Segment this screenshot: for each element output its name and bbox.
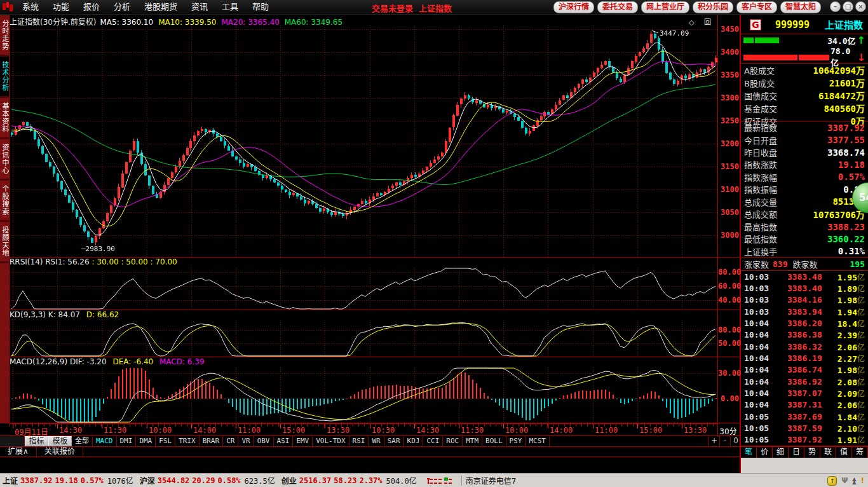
indicator-tab-EMV[interactable]: EMV (293, 436, 313, 446)
time-label[interactable]: 14:30 (59, 426, 82, 435)
coin-up-icon[interactable]: ↑ (827, 476, 837, 486)
indicator-tab-VOL-TDX[interactable]: VOL-TDX (313, 436, 349, 446)
indicator-tab-VR[interactable]: VR (238, 436, 254, 446)
index-name[interactable]: 上证 (3, 475, 18, 486)
sidebar-item-分时走势[interactable]: 分时走势 (0, 15, 9, 57)
time-label[interactable]: 10:00 (505, 426, 528, 435)
quote-tab-联[interactable]: 联 (820, 446, 836, 458)
tick-row: 10:043387.312.06亿 (741, 399, 868, 411)
top-button-智慧太阳[interactable]: 智慧太阳 (780, 1, 821, 13)
quote-tab-势[interactable]: 势 (804, 446, 820, 458)
time-label[interactable]: 15:00 (282, 426, 305, 435)
mini-trend-icon[interactable] (427, 476, 454, 486)
tick-time: 10:04 (744, 353, 772, 363)
indicator-tab-CR[interactable]: CR (223, 436, 238, 446)
alert-icon[interactable]: ! (861, 476, 864, 485)
bottom-tab-关联报价[interactable]: 关联报价 (37, 447, 83, 456)
indicator-tab-ASI[interactable]: ASI (274, 436, 294, 446)
top-button-客户专区[interactable]: 客户专区 (736, 1, 777, 13)
minimize-button[interactable]: – (830, 1, 841, 12)
time-label[interactable]: 13:30 (327, 426, 349, 435)
quote-tab-值[interactable]: 值 (836, 446, 852, 458)
quote-tab-筹[interactable]: 筹 (852, 446, 868, 458)
time-label[interactable]: 11:00 (595, 426, 618, 435)
arrows-icon[interactable]: ▲▲ (852, 477, 856, 484)
indicator-tab-BRAR[interactable]: BRAR (200, 436, 224, 446)
index-change: 20.29 (192, 476, 215, 485)
close-button[interactable]: × (855, 1, 866, 12)
time-label[interactable]: 10:30 (372, 426, 395, 435)
tick-price: 3386.38 (772, 330, 837, 340)
macd-title-white: MACD(12,26,9) DIF: -3.20 (10, 357, 107, 366)
menu-item-分析[interactable]: 分析 (107, 0, 137, 14)
top-button-委托交易[interactable]: 委托交易 (597, 1, 638, 13)
zoom-in-button[interactable]: + (709, 436, 719, 446)
time-label[interactable]: 15:00 (639, 426, 662, 435)
indicator-tab-CCI[interactable]: CCI (423, 436, 443, 446)
indicator-tab-全部[interactable]: 全部 (72, 436, 93, 446)
login-status[interactable]: 交易未登录 (372, 2, 413, 14)
menu-item-工具[interactable]: 工具 (215, 0, 245, 14)
indicator-tab-DMA[interactable]: DMA (136, 436, 156, 446)
sidebar-item-个股搜索[interactable]: 个股搜索 (0, 181, 9, 222)
rsi-chart-canvas[interactable] (10, 268, 717, 310)
menu-item-资讯[interactable]: 资讯 (184, 0, 215, 14)
time-label[interactable]: 10:00 (149, 426, 172, 435)
tick-volume: 1.89亿 (837, 283, 865, 294)
sidebar-item-技术分析[interactable]: 技术分析 (0, 57, 9, 98)
indicator-tab-MTM[interactable]: MTM (463, 436, 482, 446)
tick-row: 10:053387.592.10亿 (741, 422, 868, 434)
axis-label: 50.00 (718, 339, 739, 348)
zoom-out-button[interactable]: - (719, 436, 730, 446)
sidebar-item-资讯中心[interactable]: 资讯中心 (0, 139, 9, 181)
restore-button[interactable]: □ (843, 1, 853, 12)
top-button-网上营业厅[interactable]: 网上营业厅 (641, 1, 689, 13)
quote-tab-价[interactable]: 价 (757, 446, 773, 458)
indicator-tab-TRIX[interactable]: TRIX (175, 436, 200, 446)
top-button-积分乐园[interactable]: 积分乐园 (693, 1, 733, 13)
time-label[interactable]: 13:30 (684, 426, 707, 435)
time-label[interactable]: 14:00 (193, 426, 216, 435)
time-label[interactable]: 14:00 (550, 426, 573, 435)
menu-item-功能[interactable]: 功能 (46, 0, 76, 14)
time-label[interactable]: 11:00 (238, 426, 261, 435)
menu-items: 系统功能报价分析港股期货资讯工具帮助 (15, 0, 276, 14)
rsi-panel-title: RRSI(14) RSI1: 56.26 : 30.00 : 50.00 : 7… (10, 257, 717, 267)
sidebar-item-投顾天地[interactable]: 投顾天地 (0, 222, 9, 263)
indicator-tab-MACD[interactable]: MACD (93, 436, 117, 446)
current-quote-label[interactable]: 上证指数 (419, 2, 452, 14)
quote-tab-日[interactable]: 日 (789, 446, 804, 458)
tick-unit: 亿 (857, 401, 865, 410)
indicator-tab-PSY[interactable]: PSY (506, 436, 526, 446)
antenna-icon[interactable]: Ψ (841, 476, 848, 485)
macd-chart-canvas[interactable] (10, 367, 717, 423)
indicator-tab-DMI[interactable]: DMI (117, 436, 137, 446)
time-label[interactable]: 11:30 (461, 426, 484, 435)
indicator-tab-BOLL[interactable]: BOLL (482, 436, 506, 446)
indicator-tab-FSL[interactable]: FSL (156, 436, 175, 446)
index-name[interactable]: 沪深 (140, 475, 155, 486)
index-name[interactable]: 创业 (281, 475, 297, 486)
time-label[interactable]: 11:30 (104, 426, 126, 435)
indicator-tab-OBV[interactable]: OBV (254, 436, 274, 446)
sidebar-item-基本资料[interactable]: 基本资料 (0, 98, 9, 139)
menu-item-报价[interactable]: 报价 (76, 0, 107, 14)
indicator-tab-WR[interactable]: WR (369, 436, 384, 446)
menu-item-系统[interactable]: 系统 (15, 0, 46, 14)
indicator-tab-ROC[interactable]: ROC (443, 436, 463, 446)
indicator-tab-SAR[interactable]: SAR (384, 436, 404, 446)
menu-item-帮助[interactable]: 帮助 (245, 0, 276, 14)
menu-item-港股期货[interactable]: 港股期货 (137, 0, 184, 14)
quote-tab-笔[interactable]: 笔 (741, 446, 757, 458)
quote-tab-细[interactable]: 细 (773, 446, 789, 458)
kd-chart-canvas[interactable] (10, 320, 717, 357)
main-chart-canvas[interactable] (10, 25, 717, 257)
indicator-button-指标[interactable]: 指标 (25, 436, 48, 446)
bottom-tab-扩展∧[interactable]: 扩展∧ (0, 447, 37, 456)
time-label[interactable]: 14:30 (416, 426, 439, 435)
indicator-tab-MCST[interactable]: MCST (526, 436, 550, 446)
indicator-tab-KDJ[interactable]: KDJ (404, 436, 424, 446)
top-button-沪深行情[interactable]: 沪深行情 (553, 1, 594, 13)
indicator-button-模板[interactable]: 模板 (48, 436, 72, 446)
indicator-tab-RSI[interactable]: RSI (349, 436, 369, 446)
